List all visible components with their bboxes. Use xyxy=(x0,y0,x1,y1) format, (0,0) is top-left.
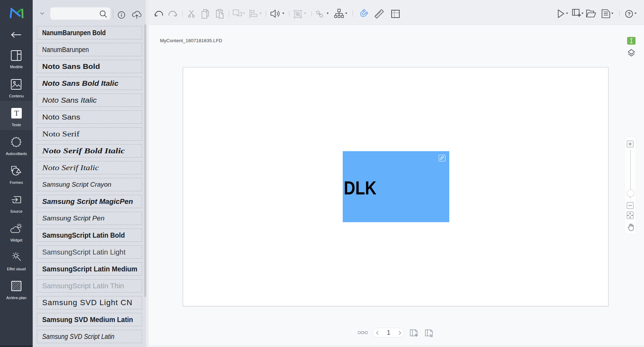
svg-text:?: ? xyxy=(627,11,630,17)
svg-text:M: M xyxy=(430,334,433,338)
